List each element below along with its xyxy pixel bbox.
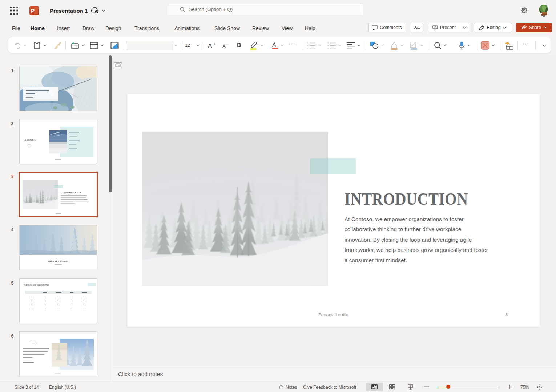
svg-text:AREAS OF GROWTH: AREAS OF GROWTH <box>24 283 49 286</box>
svg-text:A: A <box>222 44 226 48</box>
svg-text:A: A <box>272 42 276 48</box>
svg-text:A: A <box>208 42 212 49</box>
svg-text:AGENDA: AGENDA <box>24 139 36 141</box>
svg-text:PRIMARY IMAGE: PRIMARY IMAGE <box>48 260 69 262</box>
svg-text:P: P <box>31 8 35 14</box>
